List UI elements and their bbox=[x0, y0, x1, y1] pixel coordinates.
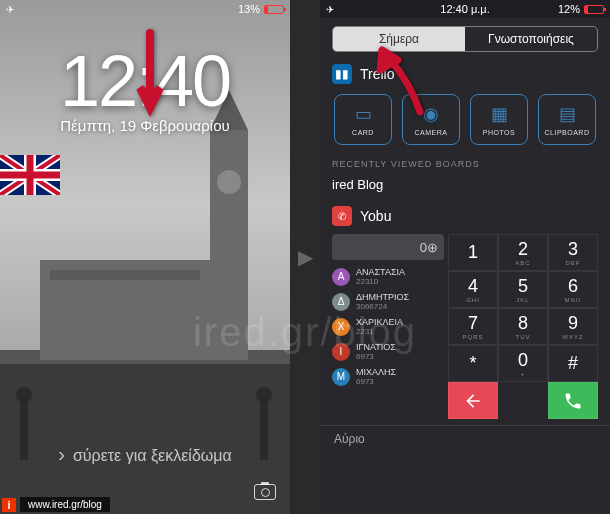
key-2[interactable]: 2ABC bbox=[498, 234, 548, 271]
airplane-icon: ✈ bbox=[6, 4, 14, 15]
key-4[interactable]: 4GHI bbox=[448, 271, 498, 308]
key-7[interactable]: 7PQRS bbox=[448, 308, 498, 345]
info-badge: i bbox=[2, 498, 16, 512]
tomorrow-section: Αύριο bbox=[320, 425, 610, 452]
key-5[interactable]: 5JKL bbox=[498, 271, 548, 308]
svg-rect-5 bbox=[217, 170, 241, 194]
camera-icon[interactable] bbox=[254, 484, 276, 500]
key-8[interactable]: 8TUV bbox=[498, 308, 548, 345]
photos-icon: ▦ bbox=[473, 103, 525, 125]
battery-icon bbox=[584, 5, 604, 14]
call-button[interactable] bbox=[548, 382, 598, 419]
status-bar: ✈ 12:40 μ.μ. 12% bbox=[320, 0, 610, 18]
battery-percent: 13% bbox=[238, 3, 260, 15]
avatar: Δ bbox=[332, 293, 350, 311]
key-#[interactable]: # bbox=[548, 345, 598, 382]
yobu-app-icon: ✆ bbox=[332, 206, 352, 226]
dial-display[interactable]: 0⊕ bbox=[332, 234, 444, 260]
svg-rect-7 bbox=[50, 270, 200, 280]
clipboard-icon: ▤ bbox=[541, 103, 593, 125]
notification-center: ✈ 12:40 μ.μ. 12% Σήμερα Γνωστοποιήσεις ▮… bbox=[320, 0, 610, 514]
tab-notifications[interactable]: Γνωστοποιήσεις bbox=[465, 27, 597, 51]
battery-icon bbox=[264, 5, 284, 14]
contact-item[interactable]: ΔΔΗΜΗΤΡΙΟΣ3066724 bbox=[332, 289, 444, 314]
svg-rect-3 bbox=[210, 130, 248, 360]
key-3[interactable]: 3DEF bbox=[548, 234, 598, 271]
key-1[interactable]: 1 bbox=[448, 234, 498, 271]
key-6[interactable]: 6MNO bbox=[548, 271, 598, 308]
contact-item[interactable]: ΜΜΙΧΑΛΗΣ6973 bbox=[332, 364, 444, 389]
dial-keypad: 12ABC3DEF4GHI5JKL6MNO7PQRS8TUV9WXYZ*0+# bbox=[448, 234, 598, 419]
back-button[interactable] bbox=[448, 382, 498, 419]
key-0[interactable]: 0+ bbox=[498, 345, 548, 382]
avatar: Χ bbox=[332, 318, 350, 336]
airplane-icon: ✈ bbox=[326, 4, 334, 15]
battery-percent: 12% bbox=[558, 3, 580, 15]
annotation-arrow-today bbox=[370, 42, 440, 126]
recent-boards-label: RECENTLY VIEWED BOARDS bbox=[332, 159, 598, 169]
svg-point-9 bbox=[16, 387, 32, 403]
slide-to-unlock[interactable]: σύρετε για ξεκλείδωμα bbox=[0, 443, 290, 466]
url-badge: www.ired.gr/blog bbox=[20, 497, 110, 512]
key-9[interactable]: 9WXYZ bbox=[548, 308, 598, 345]
svg-point-11 bbox=[256, 387, 272, 403]
contact-item[interactable]: ΧΧΑΡΙΚΛΕΙΑ2231 bbox=[332, 314, 444, 339]
trello-app-icon: ▮▮ bbox=[332, 64, 352, 84]
yobu-widget: ✆ Yobu 0⊕ ΑΑΝΑΣΤΑΣΙΑ22310ΔΔΗΜΗΤΡΙΟΣ30667… bbox=[332, 202, 598, 419]
trello-photos-button[interactable]: ▦PHOTOS bbox=[470, 94, 528, 145]
transition-arrow: ▶ bbox=[290, 0, 320, 514]
recent-board-item[interactable]: ired Blog bbox=[332, 173, 598, 196]
avatar: Α bbox=[332, 268, 350, 286]
yobu-title: Yobu bbox=[360, 208, 391, 224]
key-*[interactable]: * bbox=[448, 345, 498, 382]
contact-item[interactable]: ΙΙΓΝΑΤΙΟΣ6973 bbox=[332, 339, 444, 364]
contact-item[interactable]: ΑΑΝΑΣΤΑΣΙΑ22310 bbox=[332, 264, 444, 289]
lockscreen: ✈ 13% 12:40 Πέμπτη, 19 Φεβρουαρίου σύρετ… bbox=[0, 0, 290, 514]
status-time: 12:40 μ.μ. bbox=[440, 3, 489, 15]
avatar: Μ bbox=[332, 368, 350, 386]
annotation-arrow-down bbox=[135, 28, 165, 132]
avatar: Ι bbox=[332, 343, 350, 361]
trello-clipboard-button[interactable]: ▤CLIPBOARD bbox=[538, 94, 596, 145]
uk-flag bbox=[0, 155, 60, 195]
status-bar: ✈ 13% bbox=[0, 0, 290, 18]
